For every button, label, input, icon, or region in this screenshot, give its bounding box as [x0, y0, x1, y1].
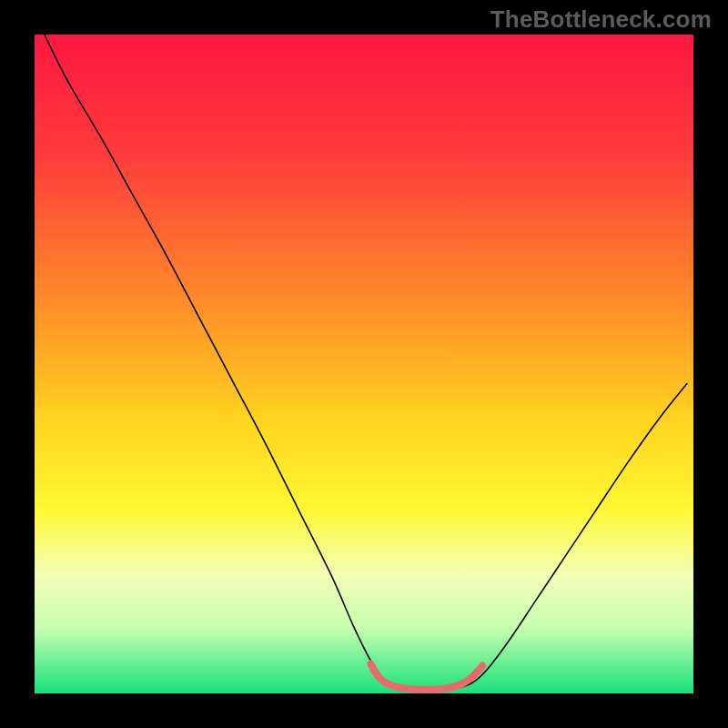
- plot-area: [35, 35, 693, 693]
- chart-frame: TheBottleneck.com: [0, 0, 728, 728]
- bottleneck-chart: [35, 35, 693, 693]
- watermark: TheBottleneck.com: [490, 5, 712, 34]
- gradient-background: [35, 35, 693, 693]
